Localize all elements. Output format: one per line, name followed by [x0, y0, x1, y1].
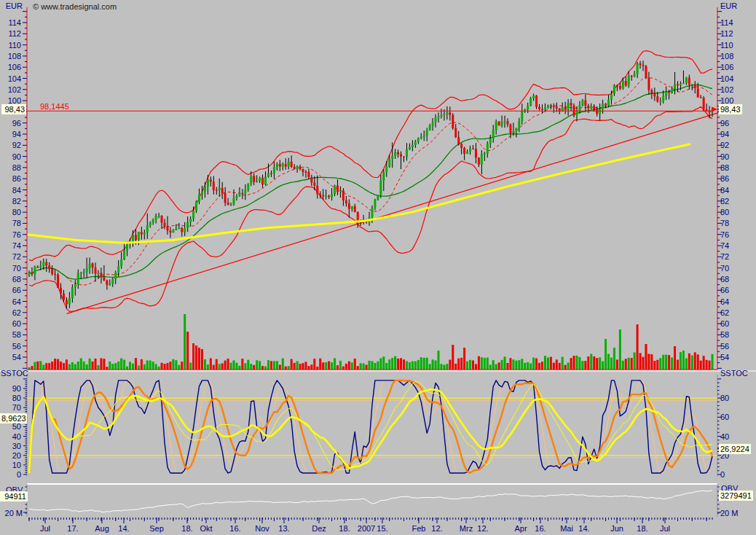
candle-body: [233, 198, 235, 205]
volume-bar: [123, 359, 125, 370]
candle-body: [178, 228, 180, 229]
candle-body: [216, 190, 218, 191]
candle-body: [149, 222, 151, 225]
volume-bar: [593, 356, 595, 370]
volume-bar: [457, 359, 460, 370]
candle-body: [348, 203, 350, 209]
volume-bar: [429, 364, 431, 370]
candle-body: [521, 111, 523, 121]
candle-body: [250, 176, 252, 184]
volume-bar: [688, 354, 690, 370]
volume-bar: [556, 359, 558, 370]
candle-body: [570, 103, 572, 106]
candle-body: [619, 86, 621, 88]
candle-body: [161, 216, 163, 223]
candle-body: [487, 144, 489, 154]
candle-body: [703, 98, 705, 109]
volume-bar: [201, 349, 203, 370]
volume-bar: [267, 360, 269, 370]
volume-bar: [622, 361, 624, 370]
volume-bar: [86, 364, 88, 370]
volume-bar: [97, 365, 99, 370]
candle-body: [423, 136, 425, 136]
candle-body: [541, 109, 543, 109]
volume-bar: [547, 357, 549, 370]
volume-bar: [357, 366, 359, 370]
volume-bar: [613, 348, 615, 370]
candle-body: [685, 77, 688, 83]
candle-body: [535, 95, 538, 107]
candle-body: [334, 186, 336, 195]
volume-bar: [647, 354, 650, 370]
candle-body: [590, 106, 592, 108]
volume-bar: [36, 362, 39, 370]
volume-bar: [192, 343, 194, 370]
candle-body: [469, 149, 471, 152]
candle-body: [264, 176, 267, 184]
volume-bar: [452, 345, 454, 370]
candle-body: [227, 203, 229, 205]
volume-bar: [207, 364, 209, 370]
candle-body: [39, 266, 42, 268]
volume-bar: [619, 329, 621, 370]
volume-bar: [432, 359, 434, 370]
volume-bar: [103, 359, 105, 370]
volume-bar: [92, 362, 94, 370]
bollinger-upper-band: [29, 51, 712, 261]
volume-bar: [155, 364, 157, 370]
volume-bar: [391, 358, 393, 370]
candle-body: [244, 190, 246, 194]
volume-bar: [216, 359, 218, 370]
candle-body: [607, 99, 610, 105]
volume-bar: [138, 366, 140, 370]
volume-bar: [241, 359, 243, 370]
volume-bar: [449, 360, 451, 370]
candle-body: [135, 235, 137, 240]
volume-bar: [39, 361, 42, 370]
candle-body: [697, 88, 699, 97]
candle-body: [204, 187, 206, 192]
volume-bar: [454, 364, 457, 370]
volume-bar: [518, 360, 520, 370]
candle-body: [123, 250, 125, 259]
candle-body: [426, 130, 428, 136]
volume-bar: [198, 348, 200, 370]
volume-bar: [256, 360, 258, 370]
candle-body: [184, 228, 186, 232]
chart-canvas[interactable]: [0, 0, 756, 535]
volume-bar: [637, 324, 639, 370]
candle-body: [567, 103, 570, 109]
volume-bar: [515, 361, 517, 370]
volume-bar: [57, 359, 59, 370]
candle-body: [120, 259, 122, 267]
candle-body: [241, 193, 243, 194]
candle-body: [492, 130, 495, 139]
candle-body: [316, 186, 318, 194]
candle-body: [454, 128, 457, 138]
volume-bar: [270, 361, 272, 370]
candle-body: [452, 115, 454, 128]
volume-bar: [706, 360, 708, 370]
candle-body: [575, 112, 578, 115]
volume-bar: [354, 359, 356, 370]
volume-bar: [109, 362, 111, 370]
volume-bar: [227, 359, 229, 370]
volume-bar: [541, 362, 543, 370]
candle-body: [682, 83, 685, 84]
volume-bar: [48, 363, 50, 370]
candle-body: [650, 90, 653, 93]
volume-bar: [351, 362, 353, 370]
candle-body: [466, 152, 468, 154]
candle-body: [175, 229, 177, 230]
volume-bar: [694, 352, 696, 370]
volume-bar: [504, 356, 506, 370]
candle-body: [628, 76, 630, 85]
candle-body: [653, 93, 655, 96]
volume-bar: [345, 364, 347, 370]
candle-body: [141, 232, 143, 234]
volume-bar: [412, 362, 414, 370]
candle-body: [114, 273, 117, 279]
candle-body: [117, 267, 119, 273]
candle-body: [544, 107, 546, 109]
candle-body: [556, 106, 558, 108]
